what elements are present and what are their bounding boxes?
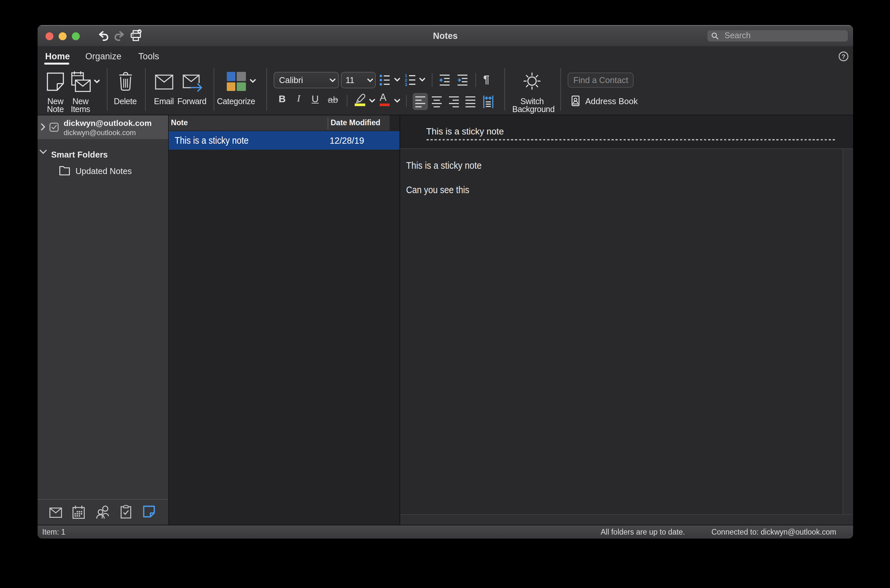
svg-text:3: 3 <box>405 82 407 87</box>
svg-text:?: ? <box>842 53 845 60</box>
